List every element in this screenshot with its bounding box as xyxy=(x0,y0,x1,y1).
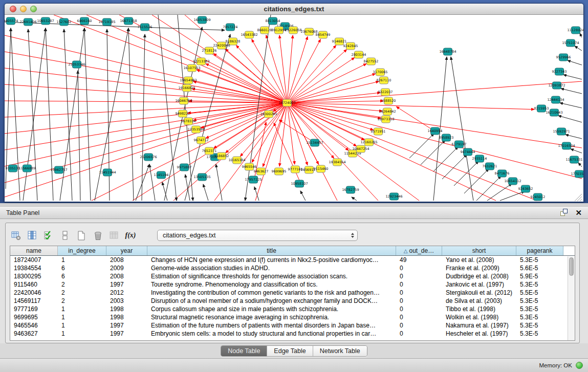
table-settings-icon[interactable] xyxy=(11,230,21,240)
table-row[interactable]: 977716911998Corpus callosum shape and si… xyxy=(10,305,575,313)
network-window[interactable]: citations_edges.txt 94055742269140610653… xyxy=(4,3,584,202)
memory-status-indicator[interactable] xyxy=(576,362,583,369)
close-window-button[interactable] xyxy=(10,6,16,12)
table-cell[interactable]: 9699695 xyxy=(10,313,58,321)
table-cell[interactable]: 5.3E-5 xyxy=(516,280,563,289)
table-row[interactable]: 1456911722003Disruption of a novel membe… xyxy=(10,297,575,305)
table-cell[interactable]: Jankovic et al. (1997) xyxy=(442,280,516,289)
table-cell[interactable]: Embryonic stem cells: a model to study s… xyxy=(147,330,396,338)
table-cell[interactable]: 5.5E-5 xyxy=(516,289,563,297)
table-cell[interactable]: Corpus callosum shape and size in male p… xyxy=(147,305,396,313)
table-cell[interactable]: 2003 xyxy=(106,297,147,305)
table-cell[interactable]: Structural magnetic resonance image aver… xyxy=(147,313,396,321)
zoom-window-button[interactable] xyxy=(30,6,37,12)
column-header-short[interactable]: short xyxy=(442,246,516,255)
table-row[interactable]: 969969511998Structural magnetic resonanc… xyxy=(10,313,575,321)
table-cell[interactable]: 49 xyxy=(396,256,442,264)
table-cell[interactable]: 2008 xyxy=(106,256,147,264)
table-cell[interactable]: 2012 xyxy=(106,289,147,297)
table-cell[interactable]: 22420046 xyxy=(10,289,58,297)
table-cell[interactable]: de Silva et al. (2003) xyxy=(442,297,516,305)
minimize-window-button[interactable] xyxy=(20,6,27,12)
column-header-in_degree[interactable]: in_degree xyxy=(58,246,106,255)
table-cell[interactable]: 1998 xyxy=(106,305,147,313)
table-cell[interactable]: 5.3E-5 xyxy=(516,256,563,264)
table-cell[interactable]: 5.3E-5 xyxy=(516,321,563,330)
table-cell[interactable]: 0 xyxy=(396,305,442,313)
table-cell[interactable]: Yano et al. (2008) xyxy=(442,256,516,264)
table-row[interactable]: 911546021997Tourette syndrome. Phenomeno… xyxy=(10,280,575,289)
table-cell[interactable]: Changes of HCN gene expression and I(f) … xyxy=(147,256,396,264)
table-cell[interactable]: 0 xyxy=(396,280,442,289)
table-row[interactable]: 1938455462009Genome-wide association stu… xyxy=(10,264,575,272)
table-cell[interactable]: Disruption of a novel member of a sodium… xyxy=(147,297,396,305)
column-header-pagerank[interactable]: pagerank xyxy=(516,246,563,255)
table-cell[interactable]: Dudbridge et al. (2008) xyxy=(442,272,516,280)
close-panel-icon[interactable]: ✕ xyxy=(575,209,582,216)
network-graph[interactable]: 9405574226914061065328715276026466160107… xyxy=(5,15,583,202)
table-cell[interactable]: Stergiakouli et al. (2012) xyxy=(442,289,516,297)
table-cell[interactable]: 2 xyxy=(58,297,106,305)
table-cell[interactable]: 0 xyxy=(396,264,442,272)
column-header-out_de[interactable]: △out_de… xyxy=(396,246,442,255)
table-cell[interactable]: 6 xyxy=(58,264,106,272)
table-vertical-scrollbar[interactable] xyxy=(568,256,575,340)
function-builder-icon[interactable]: f(x) xyxy=(125,230,136,240)
table-cell[interactable]: 5.3E-5 xyxy=(516,297,563,305)
column-header-name[interactable]: name xyxy=(10,246,58,255)
table-cell[interactable]: Nakamura et al. (1997) xyxy=(442,321,516,330)
table-cell[interactable]: 1998 xyxy=(106,313,147,321)
table-row[interactable]: 2242004622012Investigating the contribut… xyxy=(10,289,575,297)
table-cell[interactable]: 0 xyxy=(396,272,442,280)
table-cell[interactable]: 9463627 xyxy=(10,330,58,338)
deselect-rows-icon[interactable] xyxy=(60,230,70,240)
table-cell[interactable]: Franke et al. (2009) xyxy=(442,264,516,272)
table-row[interactable]: 1830029562008Estimation of significance … xyxy=(10,272,575,280)
select-all-rows-icon[interactable] xyxy=(43,230,54,240)
table-cell[interactable]: 18724007 xyxy=(10,256,58,264)
select-column-icon[interactable] xyxy=(27,230,37,240)
table-cell[interactable]: 2 xyxy=(58,280,106,289)
table-cell[interactable]: 1997 xyxy=(106,280,147,289)
tab-network-table[interactable]: Network Table xyxy=(313,346,367,356)
table-cell[interactable]: Estimation of significance thresholds fo… xyxy=(147,272,396,280)
table-cell[interactable]: 0 xyxy=(396,289,442,297)
table-cell[interactable]: 19384554 xyxy=(10,264,58,272)
table-cell[interactable]: 5.3E-5 xyxy=(516,330,563,338)
table-cell[interactable]: 1 xyxy=(58,321,106,330)
table-disabled-icon[interactable] xyxy=(109,230,119,240)
table-cell[interactable]: Estimation of the future numbers of pati… xyxy=(147,321,396,330)
table-selector-dropdown[interactable]: citations_edges.txt xyxy=(157,230,358,241)
table-cell[interactable]: 9777169 xyxy=(10,305,58,313)
column-header-year[interactable]: year xyxy=(106,246,147,255)
tab-node-table[interactable]: Node Table xyxy=(221,346,267,356)
table-cell[interactable]: 5.3E-5 xyxy=(516,313,563,321)
table-cell[interactable]: 1997 xyxy=(106,330,147,338)
table-cell[interactable]: 18300295 xyxy=(10,272,58,280)
table-cell[interactable]: 5.6E-5 xyxy=(516,264,563,272)
table-cell[interactable]: 14569117 xyxy=(10,297,58,305)
table-row[interactable]: 946362711997Embryonic stem cells: a mode… xyxy=(10,330,575,338)
table-cell[interactable]: 9465546 xyxy=(10,321,58,330)
table-cell[interactable]: 0 xyxy=(396,330,442,338)
table-cell[interactable]: Hescheler et al. (1997) xyxy=(442,330,516,338)
table-row[interactable]: 1872400712008Changes of HCN gene express… xyxy=(10,256,575,264)
table-cell[interactable]: 2 xyxy=(58,289,106,297)
table-cell[interactable]: 1 xyxy=(58,330,106,338)
table-cell[interactable]: Investigating the contribution of common… xyxy=(147,289,396,297)
table-cell[interactable]: 1 xyxy=(58,305,106,313)
delete-column-icon[interactable] xyxy=(93,230,103,240)
tab-edge-table[interactable]: Edge Table xyxy=(267,346,313,356)
panel-splitter[interactable] xyxy=(0,203,588,207)
column-header-title[interactable]: title xyxy=(147,246,396,255)
table-cell[interactable]: 1 xyxy=(58,313,106,321)
window-titlebar[interactable]: citations_edges.txt xyxy=(5,4,583,15)
table-cell[interactable]: 5.9E-5 xyxy=(516,272,563,280)
table-row[interactable]: 946554611997Estimation of the future num… xyxy=(10,321,575,330)
table-cell[interactable]: 0 xyxy=(396,313,442,321)
table-cell[interactable]: 1 xyxy=(58,256,106,264)
table-cell[interactable]: 5.3E-5 xyxy=(516,305,563,313)
network-canvas[interactable]: 9405574226914061065328715276026466160107… xyxy=(5,15,583,202)
table-cell[interactable]: Wolkin et al. (1998) xyxy=(442,313,516,321)
new-column-icon[interactable] xyxy=(76,230,86,240)
